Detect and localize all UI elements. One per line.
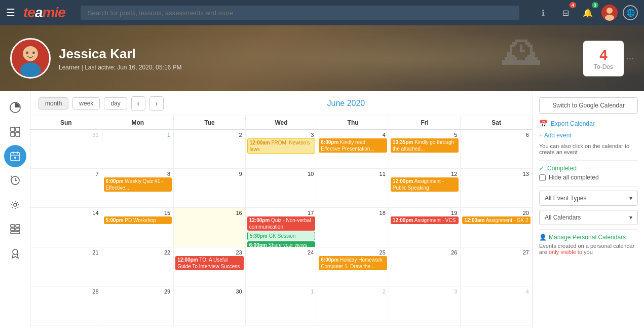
calendar-cell[interactable]: 1912:00pm Assignment - VCS xyxy=(389,208,461,247)
calendar-cell[interactable]: 1212:00pm Assignment - Public Speaking xyxy=(389,169,461,208)
calendar-cell[interactable]: 24 xyxy=(246,247,318,286)
globe-icon[interactable]: 🌐 xyxy=(623,5,638,20)
calendar-cell[interactable]: 13 xyxy=(461,169,533,208)
calendar-cell[interactable]: 1 xyxy=(102,130,174,169)
calendar-cell[interactable]: 11 xyxy=(317,169,389,208)
hide-completed-checkbox[interactable] xyxy=(539,174,546,181)
view-month-button[interactable]: month xyxy=(39,97,68,110)
calendar-cell[interactable]: 1 xyxy=(246,286,318,325)
calendar-cell[interactable]: 155:00pm PD Workshop xyxy=(102,208,174,247)
calendar-cell[interactable]: 30 xyxy=(174,286,246,325)
calendar-event[interactable]: 6:00pm Holiday Homework Computer 1. Draw… xyxy=(319,256,387,270)
next-month-button[interactable]: › xyxy=(149,96,164,111)
sidebar-item-grid[interactable] xyxy=(4,121,26,143)
sidebar-item-settings[interactable] xyxy=(4,194,26,216)
calendar-cell[interactable]: 7 xyxy=(30,169,102,208)
header-tue: Tue xyxy=(174,116,246,129)
export-calendar-link[interactable]: 📅 Export Calendar xyxy=(539,120,638,128)
calendar-event[interactable]: 10:35pm Kindly go through the attached..… xyxy=(391,138,459,153)
calendar-cell[interactable]: 2012:00am Assignment - GK 2 xyxy=(461,208,533,247)
calendar-cell[interactable]: 14 xyxy=(30,208,102,247)
svg-rect-11 xyxy=(11,132,15,136)
hamburger-menu[interactable]: ☰ xyxy=(6,7,15,19)
calendar-cell[interactable]: 22 xyxy=(102,247,174,286)
calendar-date: 29 xyxy=(104,288,172,295)
calendar-date: 4 xyxy=(462,288,531,295)
calendar-event[interactable]: 6:00pm Share your views on E-learning! xyxy=(247,241,316,247)
calendar-cell[interactable]: 1712:00pm Quiz - Non-verbal communicatio… xyxy=(246,208,318,247)
info-button[interactable]: ℹ xyxy=(535,4,552,21)
calendar-cell[interactable]: 4 xyxy=(461,286,533,325)
calendar-cell[interactable]: 27 xyxy=(461,247,533,286)
calendar-cell[interactable]: 2312:00pm TO: A Useful Guide To Intervie… xyxy=(174,247,246,286)
calendar-cell[interactable]: 312:00am FROM: Newton's laws xyxy=(246,130,318,169)
calendar-event[interactable]: 12:00am FROM: Newton's laws xyxy=(247,138,316,154)
calendar-cell[interactable]: 16 xyxy=(174,208,246,247)
calendar-area: month week day ‹ › June 2020 Sun Mon Tue… xyxy=(30,91,533,328)
calendar-month-label: June 2020 xyxy=(168,99,524,108)
calendar-event[interactable]: 6:00pm Weekly Quiz #1 - Effective... xyxy=(104,177,172,192)
event-time: 12:00am xyxy=(250,140,270,145)
calendar-cell[interactable]: 510:35pm Kindly go through the attached.… xyxy=(389,130,461,169)
calendar-cell[interactable]: 3 xyxy=(389,286,461,325)
main-layout: month week day ‹ › June 2020 Sun Mon Tue… xyxy=(0,91,644,328)
svg-rect-24 xyxy=(11,232,20,234)
calendar-date: 21 xyxy=(32,249,100,256)
calendar-event[interactable]: 12:00pm Assignment - Public Speaking xyxy=(391,177,459,192)
calendar-event[interactable]: 12:00pm Quiz - Non-verbal communication xyxy=(247,216,316,231)
notification-button[interactable]: 🔔 3 xyxy=(579,4,596,21)
calendar-event[interactable]: 5:00pm PD Workshop xyxy=(104,216,172,224)
calendar-cell[interactable]: 256:00pm Holiday Homework Computer 1. Dr… xyxy=(317,247,389,286)
prev-month-button[interactable]: ‹ xyxy=(131,96,145,111)
calendar-cell[interactable]: 18 xyxy=(317,208,389,247)
manage-calendars-link[interactable]: 👤 Manage Personal Calendars xyxy=(539,234,638,241)
sidebar-item-calendar[interactable] xyxy=(4,145,26,167)
calendar-cell[interactable]: 2 xyxy=(317,286,389,325)
calendar-date: 18 xyxy=(319,209,387,216)
todos-more-button[interactable]: ··· xyxy=(626,53,634,64)
calendar-cell[interactable]: 29 xyxy=(102,286,174,325)
svg-rect-9 xyxy=(11,127,15,131)
calendar-cell[interactable]: 9 xyxy=(174,169,246,208)
event-time: 6:00pm xyxy=(321,257,338,263)
calendar-event[interactable]: 12:00am Assignment - GK 2 xyxy=(462,216,531,224)
add-event-link[interactable]: + Add event xyxy=(539,132,638,139)
profile-banner: 🕰 Jessica Karl Learner | Last active: Ju… xyxy=(0,25,644,91)
calendar-cell[interactable]: 28 xyxy=(30,286,102,325)
sidebar-item-badge[interactable] xyxy=(4,242,26,265)
calendar-event[interactable]: 12:00pm Assignment - VCS xyxy=(391,216,459,224)
notification-badge: 3 xyxy=(592,2,598,8)
sidebar-item-analytics[interactable] xyxy=(4,96,26,119)
todos-box[interactable]: 4 To-Dos xyxy=(583,41,624,76)
calendar-controls: month week day ‹ › June 2020 xyxy=(30,91,533,116)
calendar-cell[interactable]: 2 xyxy=(174,130,246,169)
calendar-event[interactable]: 6:00pm Kindly read Effective Presentatio… xyxy=(319,138,387,153)
sidebar-item-history[interactable] xyxy=(4,169,26,192)
switch-gcal-button[interactable]: Switch to Google Calendar xyxy=(539,97,638,114)
search-input[interactable] xyxy=(81,6,519,20)
view-week-button[interactable]: week xyxy=(72,97,100,110)
all-calendars-dropdown[interactable]: All Calendars ▾ xyxy=(539,210,638,225)
calendar-cell[interactable]: 86:00pm Weekly Quiz #1 - Effective... xyxy=(102,169,174,208)
header-mon: Mon xyxy=(102,116,174,129)
calendar-cell[interactable]: 26 xyxy=(389,247,461,286)
sidebar-item-dashboard[interactable] xyxy=(4,218,26,240)
view-day-button[interactable]: day xyxy=(104,97,127,110)
user-avatar[interactable] xyxy=(601,5,618,21)
event-time: 12:00pm xyxy=(249,217,270,223)
hide-completed-row[interactable]: Hide all completed xyxy=(539,174,638,181)
box-icon-button[interactable]: ⊟ 4 xyxy=(557,4,574,21)
calendar-cell[interactable]: 10 xyxy=(246,169,318,208)
event-types-dropdown[interactable]: All Event Types ▾ xyxy=(539,191,638,206)
calendar-date: 8 xyxy=(104,170,172,177)
calendar-event[interactable]: 12:00pm TO: A Useful Guide To Interview … xyxy=(175,256,244,270)
svg-rect-12 xyxy=(16,132,20,136)
calendar-date: 25 xyxy=(319,249,387,256)
calendar-cell[interactable]: 46:00pm Kindly read Effective Presentati… xyxy=(317,130,389,169)
calendar-cell[interactable]: 31 xyxy=(30,130,102,169)
calendar-cell[interactable]: 6 xyxy=(461,130,533,169)
calendar-event[interactable]: 5:30pm GK Session xyxy=(247,232,316,240)
profile-info: Jessica Karl Learner | Last active: Jun … xyxy=(10,38,182,79)
calendar-cell[interactable]: 21 xyxy=(30,247,102,286)
header-thu: Thu xyxy=(317,116,389,129)
